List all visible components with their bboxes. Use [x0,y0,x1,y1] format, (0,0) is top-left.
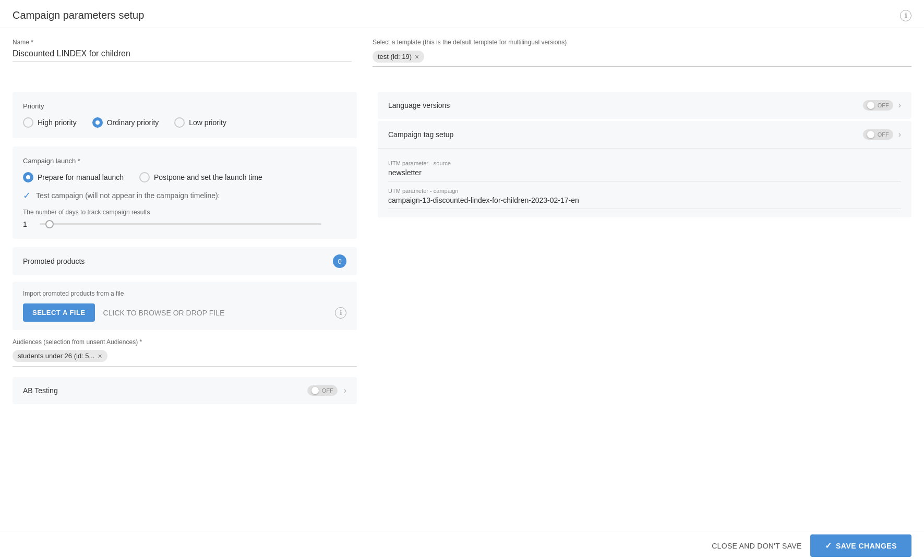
ab-testing-label: AB Testing [23,386,58,395]
priority-low[interactable]: Low priority [174,117,226,128]
test-campaign-check-icon: ✓ [23,190,31,201]
utm-source-value[interactable]: newsletter [388,168,901,181]
language-versions-toggle[interactable]: OFF [863,100,893,111]
slider-row: 1 [23,220,346,228]
launch-manual-radio[interactable] [23,172,33,182]
launch-manual-label: Prepare for manual launch [38,173,124,181]
campaign-launch-section: Campaign launch * Prepare for manual lau… [13,147,357,239]
language-versions-chevron[interactable]: › [898,101,901,110]
left-panel: Priority High priority Ordinary priority… [13,92,367,415]
tracking-section: The number of days to track campaign res… [23,209,346,228]
ab-testing-section: AB Testing OFF › [13,377,357,404]
priority-high-radio[interactable] [23,117,33,128]
audiences-section: Audiences (selection from unsent Audienc… [13,338,357,367]
campaign-tag-toggle-label: OFF [878,131,889,138]
template-field-group: Select a template (this is the default t… [373,39,911,67]
import-label: Import promoted products from a file [23,290,346,297]
template-tag-text: test (id: 19) [378,53,412,60]
header-info-icon[interactable]: ℹ [900,10,911,21]
priority-low-label: Low priority [189,118,226,127]
utm-source-label: UTM parameter - source [388,160,901,166]
test-campaign-row[interactable]: ✓ Test campaign (will not appear in the … [23,190,346,201]
promoted-products-badge: 0 [333,254,346,268]
language-versions-toggle-knob [867,102,874,109]
template-input[interactable]: test (id: 19) × [373,50,911,67]
campaign-tag-setup-title: Campaign tag setup [388,130,453,139]
audience-tag-chip: students under 26 (id: 5... × [13,350,107,362]
slider-thumb[interactable] [45,220,54,228]
name-field-group: Name * Discounted LINDEX for children [13,39,352,67]
launch-row: Prepare for manual launch Postpone and s… [23,172,346,182]
template-label: Select a template (this is the default t… [373,39,911,46]
campaign-tag-chevron[interactable]: › [898,130,901,139]
promoted-products-label: Promoted products [23,257,85,265]
priority-ordinary-radio[interactable] [92,117,103,128]
ab-testing-chevron[interactable]: › [344,386,346,395]
name-label: Name * [13,39,352,46]
launch-postpone[interactable]: Postpone and set the launch time [139,172,262,182]
tracking-label: The number of days to track campaign res… [23,209,346,216]
template-tag-chip: test (id: 19) × [373,51,424,63]
right-panel: Language versions OFF › Campaign tag set… [367,92,911,415]
footer: CLOSE AND DON'T SAVE ✓ SAVE CHANGES [0,531,924,560]
utm-campaign-value[interactable]: campaign-13-discounted-lindex-for-childr… [388,196,901,209]
top-fields-row: Name * Discounted LINDEX for children Se… [13,39,911,67]
priority-title: Priority [23,102,346,110]
save-check-icon: ✓ [825,541,832,551]
language-versions-header[interactable]: Language versions OFF › [378,92,911,119]
campaign-tag-setup-section: Campaign tag setup OFF › UTM parameter -… [378,121,911,217]
campaign-tag-setup-header[interactable]: Campaign tag setup OFF › [378,121,911,148]
launch-postpone-label: Postpone and set the launch time [154,173,262,181]
file-import-section: Import promoted products from a file SEL… [13,282,357,330]
slider-value: 1 [23,220,33,228]
file-import-info-icon[interactable]: ℹ [335,307,346,319]
promoted-products-row: Promoted products 0 [13,247,357,275]
test-campaign-label: Test campaign (will not appear in the ca… [36,191,220,200]
save-button[interactable]: ✓ SAVE CHANGES [810,534,911,557]
import-row: SELECT A FILE CLICK TO BROWSE OR DROP FI… [23,303,346,322]
language-versions-section: Language versions OFF › [378,92,911,119]
ab-testing-toggle[interactable]: OFF [307,385,338,396]
utm-campaign-label: UTM parameter - campaign [388,188,901,194]
page-title: Campaign parameters setup [13,9,144,21]
audiences-label: Audiences (selection from unsent Audienc… [13,338,357,346]
language-versions-toggle-label: OFF [878,102,889,108]
priority-high-label: High priority [38,118,77,127]
campaign-tag-toggle[interactable]: OFF [863,129,893,140]
browse-text: CLICK TO BROWSE OR DROP FILE [103,309,327,317]
campaign-launch-title: Campaign launch * [23,157,346,165]
language-versions-title: Language versions [388,101,450,109]
launch-manual[interactable]: Prepare for manual launch [23,172,124,182]
priority-low-radio[interactable] [174,117,185,128]
campaign-tag-body: UTM parameter - source newsletter UTM pa… [378,148,911,217]
audience-tag-text: students under 26 (id: 5... [18,352,94,360]
priority-section: Priority High priority Ordinary priority… [13,92,357,138]
select-file-button[interactable]: SELECT A FILE [23,303,95,322]
priority-ordinary[interactable]: Ordinary priority [92,117,159,128]
campaign-tag-toggle-knob [867,131,874,138]
priority-ordinary-label: Ordinary priority [107,118,159,127]
save-label: SAVE CHANGES [836,542,897,550]
close-button[interactable]: CLOSE AND DON'T SAVE [712,542,801,550]
ab-testing-toggle-knob [311,387,319,394]
slider-track[interactable] [40,223,321,225]
template-tag-close[interactable]: × [415,53,419,60]
audience-tag-close[interactable]: × [98,352,102,360]
launch-postpone-radio[interactable] [139,172,150,182]
ab-testing-right: OFF › [307,385,346,396]
priority-row: High priority Ordinary priority Low prio… [23,117,346,128]
audiences-input[interactable]: students under 26 (id: 5... × [13,350,357,367]
page-header: Campaign parameters setup ℹ [0,0,924,28]
main-content: Priority High priority Ordinary priority… [0,79,924,415]
name-value[interactable]: Discounted LINDEX for children [13,49,352,62]
priority-high[interactable]: High priority [23,117,77,128]
ab-testing-toggle-label: OFF [322,387,333,394]
